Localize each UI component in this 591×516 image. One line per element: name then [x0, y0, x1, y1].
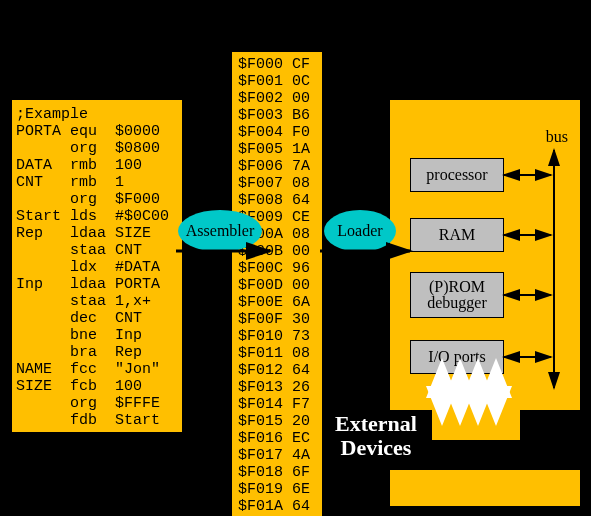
prom-box: (P)ROM debugger: [410, 272, 504, 318]
source-code-panel: ;Example PORTA equ $0000 org $0800 DATA …: [12, 100, 182, 432]
object-code-text: $F000 CF $F001 0C $F002 00 $F003 B6 $F00…: [238, 56, 310, 516]
external-devices-label: External Devices: [335, 412, 417, 460]
cutout-mid: [432, 440, 520, 470]
loader-oval: Loader: [324, 210, 396, 252]
object-code-title: Object Code: [222, 22, 340, 48]
loader-label: Loader: [337, 222, 382, 240]
assembler-label: Assembler: [186, 222, 254, 240]
ram-label: RAM: [439, 226, 475, 244]
io-box: I/O ports: [410, 340, 504, 374]
microcomputer-panel: bus processor RAM (P)ROM debugger I/O po…: [390, 100, 580, 506]
assembler-oval: Assembler: [178, 210, 262, 252]
prom-label-1: (P)ROM: [429, 279, 485, 295]
processor-label: processor: [426, 166, 487, 184]
source-code-text: ;Example PORTA equ $0000 org $0800 DATA …: [16, 106, 169, 429]
cutout-right: [520, 410, 580, 470]
object-code-panel: $F000 CF $F001 0C $F002 00 $F003 B6 $F00…: [232, 52, 322, 516]
ram-box: RAM: [410, 218, 504, 252]
bus-label: bus: [546, 128, 568, 146]
prom-label-2: debugger: [427, 295, 487, 311]
processor-box: processor: [410, 158, 504, 192]
microcomputer-title: Microcomputer: [405, 68, 552, 94]
source-code-title: Source Code: [35, 68, 154, 94]
io-label: I/O ports: [428, 348, 485, 366]
